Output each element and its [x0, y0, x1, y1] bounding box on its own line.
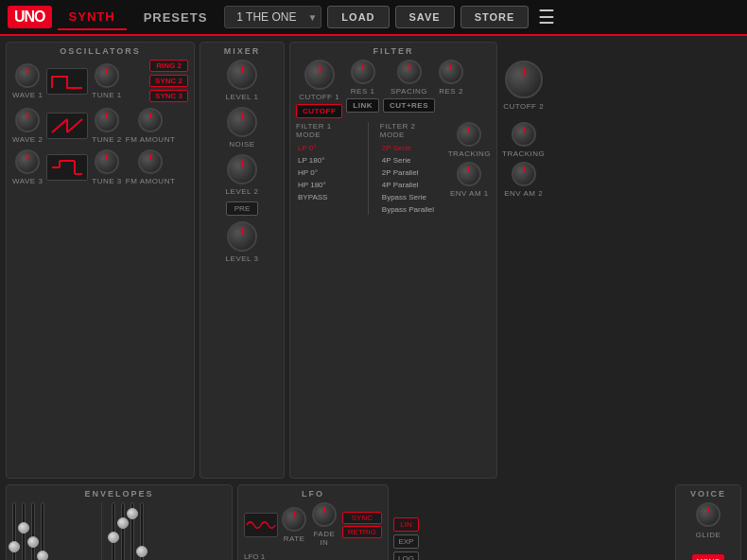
tracking1-knob[interactable] — [457, 122, 481, 147]
wave2-knob[interactable] — [15, 108, 40, 132]
filter-a-handle[interactable] — [9, 541, 20, 552]
filter-mode2-col: FILTER 2 MODE 2P Serie 4P Serie 2P Paral… — [380, 122, 441, 215]
amp-s-handle[interactable] — [127, 508, 138, 519]
pre-label: PRE — [226, 201, 258, 216]
amp-a-track[interactable] — [112, 502, 115, 560]
noise-knob[interactable] — [227, 107, 257, 137]
fm-amount1-label: FM AMOUNT — [126, 135, 176, 144]
app-logo: UNO — [8, 6, 52, 28]
mode2-opt5[interactable]: Bypass Parallel — [380, 204, 441, 215]
filter-d-col — [22, 502, 26, 560]
svg-line-2 — [67, 119, 82, 132]
level2-label: LEVEL 2 — [226, 187, 259, 196]
filter-panel: FILTER CUTOFF 1 CUTOFF RES 1 LINK SPACIN… — [289, 42, 497, 479]
envam1-knob[interactable] — [457, 162, 481, 186]
fm-amount2-knob[interactable] — [138, 149, 163, 174]
glide-label: GLIDE — [696, 531, 721, 539]
mode2-opt2[interactable]: 2P Parallel — [380, 167, 441, 178]
fm-amount1-knob[interactable] — [138, 108, 163, 132]
ring2-button[interactable]: RING 2 — [149, 60, 188, 72]
cutoff2-knob[interactable] — [505, 61, 543, 98]
amp-d-track[interactable] — [121, 502, 125, 560]
mode2-opt0[interactable]: 2P Serie — [380, 143, 441, 153]
link-button[interactable]: LINK — [346, 98, 379, 113]
oscillators-title: OSCILLATORS — [12, 46, 188, 56]
amp-a-handle[interactable] — [108, 532, 119, 543]
mode1-opt3[interactable]: HP 180° — [296, 180, 356, 190]
store-button[interactable]: STORE — [460, 6, 530, 28]
sync2-button[interactable]: SYNC 2 — [149, 75, 188, 87]
filter-right-knobs: TRACKING ENV AM 1 — [448, 122, 491, 215]
filter-s-handle[interactable] — [27, 536, 39, 548]
lfo1-rate-knob[interactable] — [282, 507, 306, 532]
lfo1-sync-btn[interactable]: SYNC — [342, 512, 382, 524]
spacing-knob[interactable] — [397, 60, 422, 84]
tracking1-label: TRACKING — [448, 149, 491, 158]
lfo1-fadein-knob[interactable] — [312, 502, 337, 527]
amp-sliders — [112, 502, 191, 560]
lfo1-label: LFO 1 — [244, 552, 382, 560]
filter-r-col — [41, 502, 44, 560]
res2-knob[interactable] — [439, 60, 463, 84]
save-button[interactable]: SAVE — [395, 6, 455, 28]
filter-mode1-col: FILTER 1 MODE LP 0° LP 180° HP 0° HP 180… — [296, 122, 356, 215]
level2-knob[interactable] — [227, 154, 257, 184]
mixer-title: MIXER — [206, 46, 278, 56]
level1-knob[interactable] — [227, 60, 257, 90]
lfo1-shape[interactable] — [244, 513, 278, 537]
lfo-title: LFO — [244, 489, 382, 499]
filter-d-track[interactable] — [22, 502, 26, 560]
tab-presets[interactable]: PRESETS — [132, 6, 219, 29]
mode1-opt1[interactable]: LP 180° — [296, 155, 356, 166]
filter-a-track[interactable] — [12, 502, 16, 560]
tune3-knob[interactable] — [95, 149, 119, 174]
amp-d-handle[interactable] — [117, 517, 129, 529]
mode2-opt1[interactable]: 4P Serie — [380, 155, 441, 166]
glide-knob[interactable] — [696, 502, 721, 527]
mono-btn[interactable]: MONO — [692, 554, 725, 560]
envam2-knob[interactable] — [512, 162, 536, 186]
cutoff1-label: CUTOFF 1 — [299, 93, 339, 101]
wave1-shape[interactable] — [46, 68, 88, 95]
cutoff2-label: CUTOFF 2 — [503, 102, 544, 111]
sync3-button[interactable]: SYNC 3 — [149, 90, 188, 102]
amp-r-handle[interactable] — [136, 546, 148, 557]
wave1-knob[interactable] — [15, 63, 40, 88]
lfo-exp-btn[interactable]: EXP — [393, 534, 419, 549]
res1-knob[interactable] — [351, 60, 375, 84]
lfo1-retrig-btn[interactable]: RETRIG — [342, 526, 382, 538]
wave3-shape[interactable] — [46, 154, 88, 181]
mode2-opt3[interactable]: 4P Parallel — [380, 180, 441, 190]
filter-s-track[interactable] — [31, 502, 35, 560]
fm-amount2-label: FM AMOUNT — [126, 177, 176, 185]
tune2-knob[interactable] — [95, 108, 119, 132]
lfo-log-btn[interactable]: LOG — [393, 551, 419, 561]
envelopes-title: ENVELOPES — [12, 489, 226, 499]
amp-r-track[interactable] — [140, 502, 144, 560]
load-button[interactable]: LOAD — [327, 6, 389, 28]
tab-synth[interactable]: SYNTH — [58, 5, 127, 30]
filter-env: A D S R FILTER LOOP RETRIG — [12, 502, 92, 560]
tune1-knob[interactable] — [95, 63, 119, 88]
mode1-opt0[interactable]: LP 0° — [296, 143, 356, 153]
level3-knob[interactable] — [227, 221, 257, 252]
voice-panel: VOICE GLIDE MONO LEGATO PARA — [675, 484, 741, 560]
wave2-shape[interactable] — [46, 113, 88, 139]
mode2-opt4[interactable]: Bypass Serie — [380, 192, 441, 202]
cutoff-button[interactable]: CUTOFF — [296, 104, 342, 118]
menu-button[interactable]: ☰ — [534, 6, 559, 28]
filter-r-handle[interactable] — [37, 551, 48, 560]
mode1-opt2[interactable]: HP 0° — [296, 167, 356, 178]
osc-row-1: WAVE 1 TUNE 1 RING 2 SYNC 2 SYNC 3 — [12, 60, 188, 102]
tracking2-knob[interactable] — [512, 122, 536, 147]
filter-r-track[interactable] — [41, 502, 44, 560]
filter-d-handle[interactable] — [18, 522, 29, 534]
cutoff1-knob[interactable] — [304, 60, 335, 90]
cutres-button[interactable]: CUT+RES — [383, 98, 435, 113]
wave3-knob[interactable] — [15, 149, 40, 174]
mode1-opt4[interactable]: BYPASS — [296, 192, 356, 202]
amp-s-track[interactable] — [130, 502, 134, 560]
lfo-lin-btn[interactable]: LIN — [393, 517, 419, 532]
level1-label: LEVEL 1 — [226, 93, 259, 101]
voice-title: VOICE — [682, 489, 735, 499]
